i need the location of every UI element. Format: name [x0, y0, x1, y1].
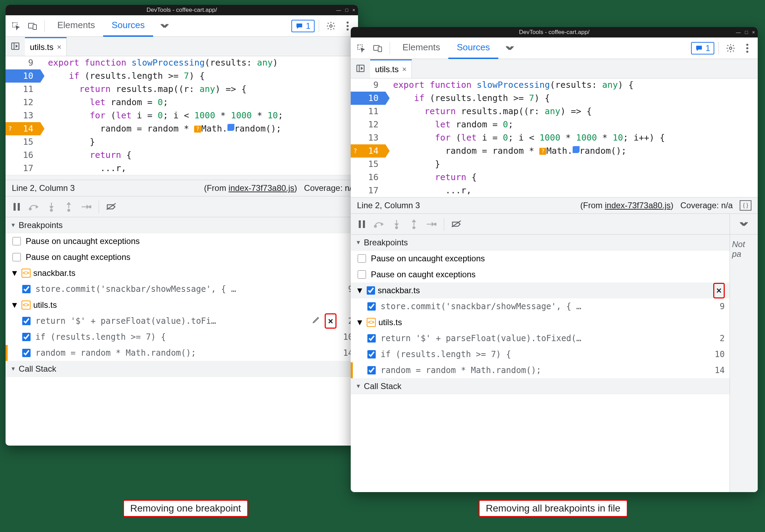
line-number[interactable]: 9 [351, 78, 385, 92]
window-controls[interactable]: — □ × [736, 29, 755, 35]
breakpoint-item-conditional[interactable]: random = random * Math.random(); 14 [351, 362, 730, 378]
close-tab-icon[interactable]: × [402, 65, 407, 74]
tab-sources[interactable]: Sources [103, 15, 153, 37]
more-panes-icon[interactable] [730, 214, 758, 235]
breakpoint-item-hovered[interactable]: return '$' + parseFloat(value).toFi… × 2 [6, 313, 358, 329]
breakpoint-checkbox[interactable] [22, 349, 31, 357]
pause-uncaught-checkbox-row[interactable]: Pause on uncaught exceptions [6, 233, 358, 249]
file-tab-utils[interactable]: utils.ts × [370, 59, 412, 78]
device-icon[interactable] [370, 41, 385, 56]
breakpoint-checkbox[interactable] [367, 350, 376, 358]
pause-uncaught-checkbox-row[interactable]: Pause on uncaught exceptions [351, 251, 730, 267]
step-into-icon[interactable] [389, 217, 404, 232]
inspect-icon[interactable] [354, 41, 369, 56]
maximize-icon[interactable]: □ [745, 29, 748, 35]
breakpoint-checkbox[interactable] [367, 302, 376, 311]
line-number[interactable]: 15 [6, 135, 40, 149]
breakpoint-group-utils[interactable]: ▼ <> utils.ts [351, 314, 730, 330]
line-number[interactable]: 12 [6, 96, 40, 109]
column-breakpoint-icon[interactable] [573, 146, 580, 153]
step-over-icon[interactable] [372, 217, 387, 232]
navigator-toggle-icon[interactable] [6, 36, 25, 56]
breakpoint-group-snackbar[interactable]: ▼ <> snackbar.ts [6, 265, 358, 281]
pause-caught-checkbox[interactable] [358, 270, 366, 279]
minimize-icon[interactable]: — [736, 29, 741, 35]
minimize-icon[interactable]: — [336, 7, 341, 13]
breakpoint-item-conditional[interactable]: random = random * Math.random(); 14 [6, 345, 358, 361]
line-number[interactable]: 12 [351, 118, 385, 131]
tab-sources[interactable]: Sources [448, 37, 498, 59]
more-tabs-icon[interactable] [155, 23, 175, 29]
breakpoint-checkbox[interactable] [22, 285, 31, 293]
gear-icon[interactable] [723, 41, 738, 56]
kebab-icon[interactable] [740, 41, 755, 56]
breakpoint-item[interactable]: store.commit('snackbar/showMessage', { …… [6, 281, 358, 297]
breakpoints-pane-header[interactable]: ▼ Breakpoints [6, 217, 358, 233]
line-number-breakpoint[interactable]: 10 [351, 92, 385, 105]
messages-badge[interactable]: 1 [691, 42, 714, 54]
callstack-pane-header[interactable]: ▼ Call Stack [351, 378, 730, 394]
step-into-icon[interactable] [44, 199, 59, 214]
inspect-icon[interactable] [8, 18, 24, 34]
pause-icon[interactable] [9, 199, 24, 214]
line-number-conditional-breakpoint[interactable]: ?14 [6, 122, 40, 135]
line-number[interactable]: 16 [6, 149, 40, 162]
group-checkbox[interactable] [367, 286, 375, 295]
step-out-icon[interactable] [406, 217, 422, 232]
pause-uncaught-checkbox[interactable] [358, 254, 366, 263]
tab-elements[interactable]: Elements [49, 15, 103, 37]
line-number[interactable]: 17 [6, 162, 40, 175]
step-out-icon[interactable] [61, 199, 76, 214]
breakpoint-item[interactable]: if (results.length >= 7) { 10 [351, 346, 730, 362]
line-number-conditional-breakpoint[interactable]: ?14 [351, 144, 385, 158]
close-icon[interactable]: × [752, 29, 755, 35]
step-over-icon[interactable] [26, 199, 42, 214]
line-number[interactable]: 13 [6, 109, 40, 122]
line-number[interactable]: 15 [351, 158, 385, 171]
pause-caught-checkbox-row[interactable]: Pause on caught exceptions [6, 249, 358, 265]
navigator-toggle-icon[interactable] [351, 59, 370, 78]
deactivate-breakpoints-icon[interactable] [104, 199, 119, 214]
pause-caught-checkbox[interactable] [13, 253, 21, 261]
breakpoint-checkbox[interactable] [22, 333, 31, 341]
pause-icon[interactable] [354, 217, 369, 232]
deactivate-breakpoints-icon[interactable] [449, 217, 464, 232]
pause-caught-checkbox-row[interactable]: Pause on caught exceptions [351, 267, 730, 282]
column-breakpoint-icon[interactable]: ? [539, 148, 546, 155]
step-icon[interactable] [424, 217, 439, 232]
line-number[interactable]: 11 [351, 105, 385, 118]
breakpoint-group-utils[interactable]: ▼ <> utils.ts [6, 297, 358, 313]
breakpoint-group-snackbar-hovered[interactable]: ▼ snackbar.ts × [351, 282, 730, 298]
edit-breakpoint-icon[interactable] [312, 316, 320, 326]
column-breakpoint-icon[interactable]: ? [194, 126, 201, 133]
breakpoint-item[interactable]: return '$' + parseFloat(value).toFixed(…… [351, 330, 730, 346]
line-number[interactable]: 13 [351, 131, 385, 144]
more-tabs-icon[interactable] [500, 45, 520, 52]
line-number[interactable]: 17 [351, 184, 385, 197]
breakpoint-checkbox[interactable] [367, 334, 376, 343]
remove-all-breakpoints-icon[interactable]: × [716, 285, 722, 296]
gear-icon[interactable] [323, 18, 339, 34]
breakpoint-item[interactable]: if (results.length >= 7) { 10 [6, 329, 358, 345]
line-number[interactable]: 11 [6, 83, 40, 96]
step-icon[interactable] [78, 199, 94, 214]
breakpoint-checkbox[interactable] [367, 366, 376, 374]
source-map-link[interactable]: index-73f73a80.js [605, 201, 671, 210]
source-map-link[interactable]: index-73f73a80.js [228, 183, 294, 193]
code-editor[interactable]: 9export function slowProcessing(results:… [6, 56, 358, 180]
callstack-pane-header[interactable]: ▼ Call Stack [6, 361, 358, 377]
line-number[interactable]: 16 [351, 171, 385, 184]
close-icon[interactable]: × [352, 7, 355, 13]
tab-elements[interactable]: Elements [394, 37, 448, 59]
breakpoint-item[interactable]: store.commit('snackbar/showMessage', { …… [351, 298, 730, 314]
breakpoint-checkbox[interactable] [22, 317, 31, 325]
line-number[interactable]: 9 [6, 56, 40, 69]
file-tab-utils[interactable]: utils.ts × [25, 37, 67, 56]
code-editor[interactable]: 9export function slowProcessing(results:… [351, 78, 758, 197]
column-breakpoint-icon[interactable] [227, 124, 234, 131]
window-controls[interactable]: — □ × [336, 7, 355, 13]
close-tab-icon[interactable]: × [57, 43, 61, 52]
breakpoints-pane-header[interactable]: ▼ Breakpoints [351, 235, 730, 251]
line-number-breakpoint[interactable]: 10 [6, 69, 40, 83]
maximize-icon[interactable]: □ [345, 7, 348, 13]
